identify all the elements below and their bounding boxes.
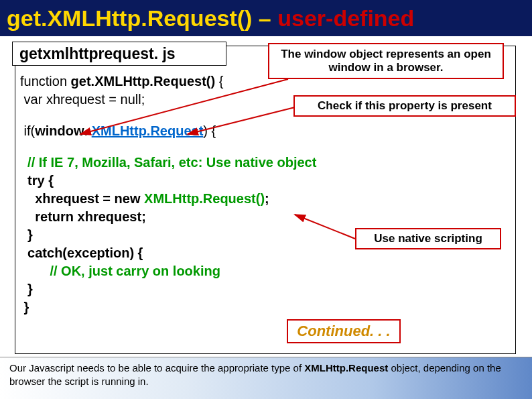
code-line-11: } — [20, 280, 516, 298]
code-line-12: } — [20, 298, 516, 317]
title-part2: user-defined — [277, 5, 414, 31]
filename-box: getxmlhttprequest. js — [12, 42, 226, 66]
slide-title: get.XMLHttp.Request() – user-defined — [7, 5, 414, 32]
callout-check-property: Check if this property is present — [293, 95, 516, 117]
code-line-7: return xhrequest; — [20, 208, 516, 226]
code-line-6: xhrequest = new XMLHttp.Request(); — [20, 190, 516, 208]
code-line-4: // If IE 7, Mozilla, Safari, etc: Use na… — [20, 154, 516, 172]
footer-note: Our Javascript needs to be able to acqui… — [0, 357, 532, 399]
title-dash: – — [252, 5, 277, 31]
code-line-3: if(window. XMLHttp.Request) { — [20, 122, 516, 140]
code-line-10: // OK, just carry on looking — [20, 262, 516, 280]
title-part1: get.XMLHttp.Request() — [7, 5, 252, 31]
continued-box: Continued. . . — [287, 319, 401, 343]
code-line-5: try { — [20, 172, 516, 190]
filename-text: getxmlhttprequest. js — [19, 45, 176, 63]
title-bar: get.XMLHttp.Request() – user-defined — [0, 0, 532, 36]
callout-window-object: The window object represents an open win… — [268, 43, 504, 79]
callout-native-scripting: Use native scripting — [355, 228, 501, 249]
